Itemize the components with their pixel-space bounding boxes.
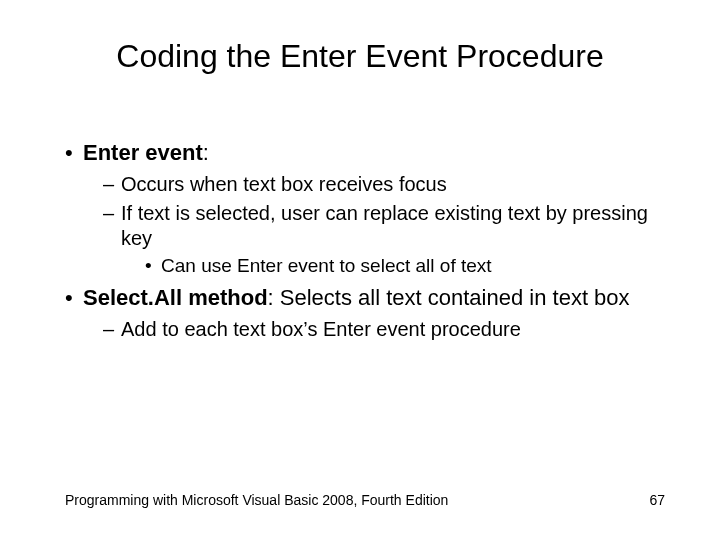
- sub-sub-bullet-text: Can use Enter event to select all of tex…: [161, 255, 492, 276]
- bullet-selectall: •Select.All method: Selects all text con…: [65, 285, 665, 311]
- footer-source: Programming with Microsoft Visual Basic …: [65, 492, 448, 508]
- sub-bullet-occurs: –Occurs when text box receives focus: [103, 172, 665, 197]
- slide-title: Coding the Enter Event Procedure: [0, 38, 720, 75]
- dash-icon: –: [103, 201, 121, 226]
- sub-bullet-add-to-each: –Add to each text box’s Enter event proc…: [103, 317, 665, 342]
- bullet-dot-icon: •: [65, 140, 83, 166]
- sub-bullet-text: Occurs when text box receives focus: [121, 173, 447, 195]
- sub-bullet-text: If text is selected, user can replace ex…: [121, 202, 648, 249]
- sub-bullet-if-text: –If text is selected, user can replace e…: [103, 201, 665, 251]
- dash-icon: –: [103, 317, 121, 342]
- slide-body: •Enter event: –Occurs when text box rece…: [65, 140, 665, 346]
- bullet-dot-icon: •: [65, 285, 83, 311]
- sub-sub-bullet-can-use: •Can use Enter event to select all of te…: [145, 255, 665, 277]
- bullet-label: Select.All method: [83, 285, 268, 310]
- bullet-rest: : Selects all text contained in text box: [268, 285, 630, 310]
- bullet-colon: :: [203, 140, 209, 165]
- bullet-enter-event: •Enter event:: [65, 140, 665, 166]
- slide: Coding the Enter Event Procedure •Enter …: [0, 0, 720, 540]
- sub-bullet-text: Add to each text box’s Enter event proce…: [121, 318, 521, 340]
- footer-page-number: 67: [649, 492, 665, 508]
- bullet-dot-icon: •: [145, 255, 161, 277]
- bullet-label: Enter event: [83, 140, 203, 165]
- dash-icon: –: [103, 172, 121, 197]
